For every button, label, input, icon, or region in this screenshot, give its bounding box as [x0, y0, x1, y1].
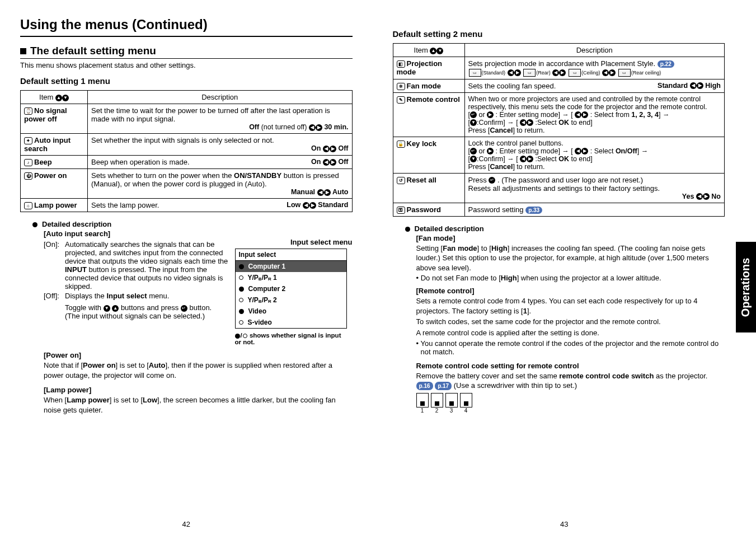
- section-subtext: This menu shows placement status and oth…: [20, 61, 353, 69]
- fan-mode-heading: [Fan mode]: [416, 234, 725, 242]
- table-row: ♪Beep Beep when operation is made. On ◀▶…: [21, 156, 353, 169]
- left-arrow-icon: ◀: [309, 124, 316, 131]
- desc-fan-mode: Sets the cooling fan speed. Standard ◀▶ …: [464, 79, 725, 92]
- item-power-on: ⏻Power on: [21, 169, 88, 199]
- list-item: Y/PB/PR 2: [236, 294, 346, 306]
- off-row-toggle-note: Toggle with ▼ ▲ buttons and press ↵ butt…: [65, 303, 228, 320]
- right-arrow-icon: ▶: [609, 69, 616, 76]
- th-item: Item ▲▼: [21, 91, 88, 104]
- item-key-lock: 🔒Key lock: [393, 137, 464, 173]
- remote-control-heading: [Remote control]: [416, 287, 725, 295]
- enter-icon: ↵: [470, 148, 477, 154]
- rccs-body: Remove the battery cover and set the sam…: [416, 371, 725, 391]
- right-arrow-icon: ▶: [527, 156, 533, 162]
- right-arrow-icon: ▶: [581, 111, 588, 118]
- right-arrow-icon: ▶: [309, 202, 316, 209]
- th-item: Item ▲▼: [393, 44, 464, 57]
- right-arrow-icon: ▶: [324, 189, 331, 196]
- item-projection-mode: ◧Projection mode: [393, 57, 464, 79]
- right-arrow-icon: ▶: [703, 193, 710, 200]
- page-number: 43: [393, 520, 736, 528]
- fan-icon: ✲: [397, 83, 405, 90]
- signal-dot-icon: [235, 334, 240, 339]
- table-row: ↺Reset all Press ↵ . (The password and u…: [393, 173, 725, 203]
- list-item: S-video: [236, 317, 346, 328]
- section-heading-text: The default setting menu: [30, 45, 156, 57]
- left-arrow-icon: ◀: [690, 82, 697, 89]
- dip-switch-icon: [460, 393, 472, 407]
- reset-icon: ↺: [397, 177, 405, 184]
- detailed-description-block: Detailed description [Auto input search]…: [20, 220, 353, 415]
- fan-mode-bullet: • Do not set Fan mode to [High] when usi…: [416, 274, 725, 282]
- list-item: Computer 2: [236, 283, 346, 294]
- dip-switch-icon: [445, 393, 458, 407]
- no-signal-dot-icon: [239, 275, 243, 280]
- th-desc: Description: [464, 44, 725, 57]
- page-ref-badge: p.16: [416, 382, 433, 391]
- detailed-label: Detailed description: [42, 220, 111, 228]
- clock-icon: ⌚: [24, 107, 32, 115]
- input-select-box: Input select Computer 1 Y/PB/PR 1 Comput…: [235, 249, 347, 329]
- item-auto-input: ✦Auto input search: [21, 134, 88, 156]
- menu1-title: Default setting 1 menu: [20, 76, 353, 86]
- input-select-header: Input select: [236, 249, 346, 261]
- proj-rear-icon: ▭: [523, 69, 536, 77]
- down-icon: ▼: [62, 95, 69, 101]
- enter-icon: ↵: [470, 111, 477, 118]
- section-tab-operations: Operations: [736, 242, 756, 332]
- desc-lamp-power: Sets the lamp power. Low ◀▶ Standard: [88, 199, 353, 212]
- auto-input-heading: [Auto input search]: [44, 229, 353, 238]
- lamp-icon: ☼: [24, 202, 32, 209]
- left-arrow-icon: ◀: [520, 156, 527, 162]
- up-icon: ▲: [112, 305, 119, 312]
- section-tab-label: Operations: [740, 257, 753, 317]
- password-icon: ⚿: [397, 207, 405, 214]
- left-arrow-icon: ◀: [696, 193, 703, 200]
- right-arrow-icon: ▶: [487, 148, 494, 154]
- rc-bullet: • You cannot operate the remote control …: [416, 339, 725, 356]
- detailed-description-block-2: Detailed description [Fan mode] Setting …: [393, 224, 725, 414]
- dip-switch-icon: [431, 393, 443, 407]
- inset-note: / shows whether signal is input or not.: [235, 332, 347, 345]
- off-row: [Off]: Displays the Input select menu.: [44, 292, 228, 300]
- up-icon: ▲: [55, 95, 62, 101]
- item-remote-control: ✎Remote control: [393, 92, 464, 137]
- dip-switch-icon: [416, 393, 429, 407]
- table-row: ⏻Power on Sets whether to turn on the po…: [21, 169, 353, 199]
- signal-dot-icon: [239, 264, 244, 269]
- desc-no-signal: Set the time to wait for the power to be…: [88, 104, 353, 134]
- page-ref-badge: p.33: [525, 207, 542, 214]
- enter-icon: ↵: [489, 177, 495, 184]
- power-icon: ⏻: [24, 172, 32, 180]
- table-row: ⚿Password Password setting p.33: [393, 203, 725, 216]
- signal-dot-icon: [239, 309, 244, 314]
- table-row: ✲Fan mode Sets the cooling fan speed. St…: [393, 79, 725, 92]
- search-icon: ✦: [24, 137, 32, 144]
- title-underline: [20, 36, 353, 37]
- table-header-row: Item ▲▼ Description: [21, 91, 353, 104]
- lock-icon: 🔒: [397, 140, 405, 148]
- lamp-power-heading: [Lamp power]: [44, 386, 353, 394]
- switch-num: 3: [445, 407, 458, 414]
- fan-mode-body: Setting [Fan mode] to [High] increases t…: [416, 243, 725, 273]
- item-reset-all: ↺Reset all: [393, 173, 464, 203]
- desc-power-on: Sets whether to turn on the power when t…: [88, 169, 353, 199]
- page-43: Default setting 2 menu Item ▲▼ Descripti…: [373, 0, 757, 534]
- table-row: ⌚No signal power off Set the time to wai…: [21, 104, 353, 134]
- bullet-icon: [405, 227, 410, 232]
- item-lamp-power: ☼Lamp power: [21, 199, 88, 212]
- right-arrow-icon: ▶: [527, 119, 533, 126]
- item-password: ⚿Password: [393, 203, 464, 216]
- table-row: ☼Lamp power Sets the lamp power. Low ◀▶ …: [21, 199, 353, 212]
- left-arrow-icon: ◀: [323, 159, 330, 166]
- proj-rear-ceiling-icon: ▭: [618, 69, 631, 77]
- right-arrow-icon: ▶: [487, 111, 494, 118]
- list-item: Video: [236, 306, 346, 317]
- right-arrow-icon: ▶: [316, 124, 322, 131]
- lamp-power-body: When [Lamp power] is set to [Low], the s…: [44, 395, 353, 415]
- desc-auto-input: Set whether the input with signals is on…: [88, 134, 353, 156]
- left-arrow-icon: ◀: [303, 202, 309, 209]
- no-signal-dot-icon: [239, 298, 243, 302]
- rc-p1: Sets a remote control code from 4 types.…: [416, 296, 725, 316]
- right-arrow-icon: ▶: [697, 82, 703, 89]
